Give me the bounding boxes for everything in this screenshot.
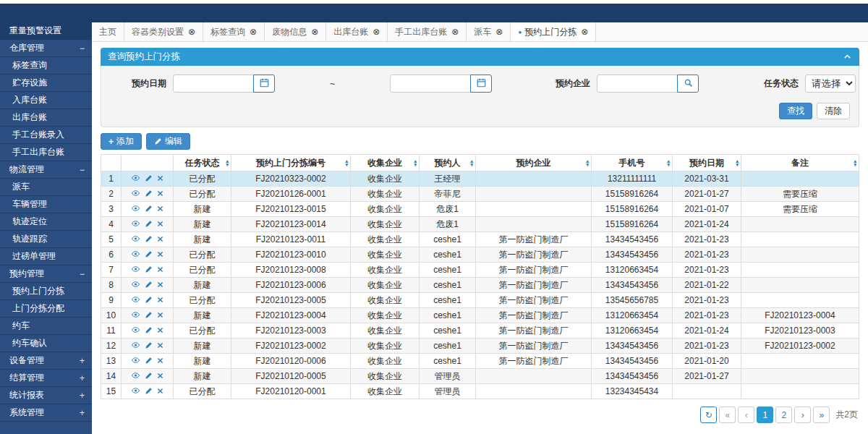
table-row[interactable]: 12新建FJ20210123-0002收集企业ceshe1第一防盗门制造厂134… (101, 339, 859, 354)
edit-icon[interactable] (145, 174, 153, 184)
column-header[interactable]: 预约人▴▾ (420, 155, 476, 171)
sidebar-item[interactable]: 轨迹定位 (0, 213, 92, 231)
sidebar-section[interactable]: 统计报表+ (0, 387, 92, 404)
tab-8[interactable]: ●预约上门分拣⊗ (511, 22, 596, 41)
sidebar-section[interactable]: 结算管理+ (0, 370, 92, 387)
tab-2[interactable]: 容器类别设置⊗ (124, 22, 203, 41)
column-header[interactable]: 预约企业▴▾ (476, 155, 592, 171)
delete-icon[interactable] (157, 190, 163, 198)
delete-icon[interactable] (157, 372, 163, 380)
date-to-calendar-button[interactable] (470, 75, 492, 93)
sort-icon[interactable]: ▴▾ (345, 159, 348, 166)
edit-icon[interactable] (145, 296, 153, 305)
sidebar-section[interactable]: 设备管理+ (0, 352, 92, 370)
table-row[interactable]: 5新建FJ20210123-0011收集企业ceshe1第一防盗门制造厂1343… (101, 232, 859, 247)
column-header[interactable]: 手机号▴▾ (592, 155, 673, 171)
delete-icon[interactable] (157, 235, 163, 244)
view-icon[interactable] (131, 174, 140, 184)
view-icon[interactable] (131, 250, 140, 260)
prev-page-button[interactable]: ‹ (738, 407, 754, 423)
sidebar-item[interactable]: 手工出库台账 (0, 144, 92, 161)
sort-icon[interactable]: ▴▾ (667, 159, 670, 166)
sidebar-item[interactable]: 约车 (0, 318, 92, 335)
minus-icon[interactable]: − (80, 165, 85, 175)
plus-icon[interactable]: + (80, 391, 85, 401)
tab-close-icon[interactable]: ⊗ (188, 27, 195, 37)
delete-icon[interactable] (157, 250, 163, 259)
sort-icon[interactable]: ▴▾ (226, 159, 229, 166)
delete-icon[interactable] (157, 326, 163, 335)
edit-icon[interactable] (145, 281, 153, 290)
sidebar-item[interactable]: 标签查询 (0, 57, 92, 75)
tab-5[interactable]: 出库台账⊗ (326, 22, 388, 41)
tab-close-icon[interactable]: ⊗ (311, 27, 318, 37)
date-to-input[interactable] (390, 75, 471, 93)
sidebar-item[interactable]: 约车确认 (0, 335, 92, 352)
table-row[interactable]: 4新建FJ20210123-0014收集企业危废1151589162642021… (101, 217, 859, 232)
date-from-calendar-button[interactable] (253, 75, 275, 93)
first-page-button[interactable]: « (719, 407, 736, 423)
table-row[interactable]: 10新建FJ20210123-0004收集企业ceshe1第一防盗门制造厂131… (101, 308, 859, 323)
table-row[interactable]: 8新建FJ20210123-0006收集企业ceshe1第一防盗门制造厂1343… (101, 278, 859, 293)
column-header[interactable]: 任务状态▴▾ (174, 155, 231, 171)
table-row[interactable]: 14新建FJ20210120-0005收集企业管理员13434543456202… (101, 369, 859, 384)
date-from-input[interactable] (173, 75, 254, 93)
edit-icon[interactable] (145, 311, 153, 320)
sort-icon[interactable]: ▴▾ (414, 159, 417, 166)
edit-icon[interactable] (145, 341, 153, 351)
company-input[interactable] (597, 75, 678, 93)
tab-close-icon[interactable]: ⊗ (451, 27, 459, 37)
column-header[interactable]: 预约上门分拣编号▴▾ (231, 155, 351, 171)
edit-icon[interactable] (145, 372, 153, 381)
delete-icon[interactable] (157, 281, 163, 289)
sidebar-item[interactable]: 车辆管理 (0, 196, 92, 213)
column-header[interactable]: 预约日期▴▾ (673, 155, 741, 171)
tab-1[interactable]: 主页 (92, 22, 124, 41)
delete-icon[interactable] (157, 311, 163, 320)
view-icon[interactable] (131, 356, 140, 366)
minus-icon[interactable]: − (80, 43, 85, 54)
delete-icon[interactable] (157, 341, 163, 350)
table-row[interactable]: 9已分配FJ20210123-0005收集企业ceshe1第一防盗门制造厂135… (101, 293, 859, 308)
view-icon[interactable] (131, 204, 140, 214)
table-row[interactable]: 6已分配FJ20210123-0010收集企业ceshe1第一防盗门制造厂134… (101, 247, 859, 263)
delete-icon[interactable] (157, 387, 163, 396)
plus-icon[interactable]: + (80, 408, 85, 418)
delete-icon[interactable] (157, 296, 163, 305)
tab-7[interactable]: 派车⊗ (467, 22, 511, 41)
add-button[interactable]: + 添加 (101, 133, 142, 150)
table-row[interactable]: 1已分配FJ20210323-0002收集企业王经理13211111111202… (101, 171, 859, 187)
sidebar-item[interactable]: 手工台账录入 (0, 127, 92, 144)
tab-6[interactable]: 手工出库台账⊗ (388, 22, 467, 41)
view-icon[interactable] (131, 295, 140, 305)
table-row[interactable]: 11已分配FJ20210123-0003收集企业ceshe1第一防盗门制造厂13… (101, 323, 859, 339)
table-row[interactable]: 13新建FJ20210120-0006收集企业ceshe1第一防盗门制造厂134… (101, 354, 859, 369)
sort-icon[interactable]: ▴▾ (736, 159, 739, 166)
view-icon[interactable] (131, 310, 140, 320)
sidebar-item[interactable]: 预约上门分拣 (0, 283, 92, 300)
delete-icon[interactable] (157, 265, 163, 274)
sidebar-item[interactable]: 入库台账 (0, 92, 92, 109)
plus-icon[interactable]: + (80, 356, 85, 366)
page-button-1[interactable]: 1 (757, 407, 773, 423)
sidebar-section[interactable]: 仓库管理− (0, 40, 92, 57)
refresh-button[interactable]: ↻ (700, 407, 717, 423)
delete-icon[interactable] (157, 357, 163, 365)
search-panel-header[interactable]: 查询预约上门分拣 (101, 48, 859, 66)
view-icon[interactable] (131, 219, 140, 229)
tab-close-icon[interactable]: ⊗ (373, 27, 380, 37)
sort-icon[interactable]: ▴▾ (586, 159, 589, 166)
tab-3[interactable]: 标签查询⊗ (203, 22, 265, 41)
view-icon[interactable] (131, 280, 140, 290)
sort-icon[interactable]: ▴▾ (854, 159, 856, 166)
next-page-button[interactable]: › (794, 407, 811, 423)
edit-icon[interactable] (145, 190, 153, 199)
status-select[interactable]: 请选择 (805, 75, 856, 93)
table-row[interactable]: 2已分配FJ20210126-0001收集企业帝菲尼15158916264202… (101, 187, 859, 202)
table-row[interactable]: 15已分配FJ20210120-0001收集企业管理员13234345434 (101, 384, 859, 399)
clear-button[interactable]: 清除 (817, 103, 850, 119)
table-row[interactable]: 3新建FJ20210123-0015收集企业危废1151589162642021… (101, 202, 859, 217)
company-search-button[interactable] (677, 75, 699, 93)
sidebar-section[interactable]: 系统管理+ (0, 404, 92, 422)
sidebar-item[interactable]: 派车 (0, 179, 92, 196)
